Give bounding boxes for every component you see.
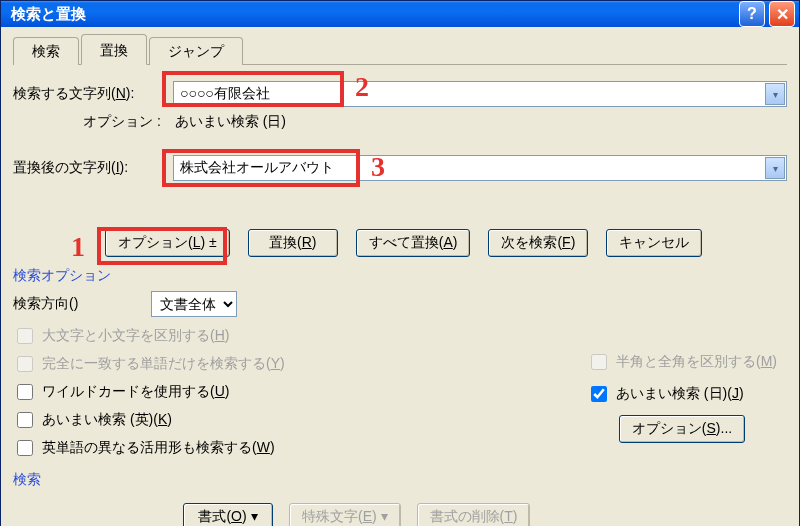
help-button[interactable]: ? (739, 1, 765, 27)
direction-row: 検索方向() 文書全体 (13, 291, 787, 317)
search-bottom-label: 検索 (13, 471, 787, 489)
tab-search[interactable]: 検索 (13, 37, 79, 65)
find-next-button[interactable]: 次を検索(F) (488, 229, 588, 257)
dialog-window: 検索と置換 ? ✕ 検索 置換 ジャンプ 検索する文字列(N): ▾ オプション… (0, 0, 800, 526)
find-row: 検索する文字列(N): ▾ (13, 81, 787, 107)
tabs: 検索 置換 ジャンプ (13, 35, 787, 65)
chk-wildcard-box[interactable] (17, 384, 33, 400)
find-label: 検索する文字列(N): (13, 85, 165, 103)
options-line: オプション : あいまい検索 (日) (13, 113, 787, 131)
direction-label: 検索方向() (13, 295, 141, 313)
find-input-wrap: ▾ (173, 81, 787, 107)
chk-whole-box (17, 356, 33, 372)
special-button[interactable]: 特殊文字(E) ▾ (289, 503, 401, 526)
titlebar-buttons: ? ✕ (739, 1, 795, 27)
close-button[interactable]: ✕ (769, 1, 795, 27)
replace-all-button[interactable]: すべて置換(A) (356, 229, 471, 257)
tab-jump[interactable]: ジャンプ (149, 37, 243, 65)
replace-input[interactable] (173, 155, 787, 181)
dialog-content: 検索 置換 ジャンプ 検索する文字列(N): ▾ オプション : あいまい検索 … (1, 27, 799, 526)
clear-format-button: 書式の削除(T) (417, 503, 531, 526)
chk-wildcard[interactable]: ワイルドカードを使用する(U) (13, 381, 285, 403)
window-title: 検索と置換 (11, 5, 739, 24)
find-input[interactable] (173, 81, 787, 107)
replace-input-wrap: ▾ (173, 155, 787, 181)
chk-case-box (17, 328, 33, 344)
chk-fuzzy-jp-box[interactable] (591, 386, 607, 402)
replace-row: 置換後の文字列(I): ▾ (13, 155, 787, 181)
chk-wordforms-box[interactable] (17, 440, 33, 456)
chk-halffull-box (591, 354, 607, 370)
chk-case: 大文字と小文字を区別する(H) (13, 325, 285, 347)
options-button[interactable]: オプション(L) ± (105, 229, 230, 257)
replace-dropdown-icon[interactable]: ▾ (765, 157, 785, 179)
chk-whole: 完全に一致する単語だけを検索する(Y) (13, 353, 285, 375)
checks-left: 大文字と小文字を区別する(H) 完全に一致する単語だけを検索する(Y) ワイルド… (13, 325, 285, 459)
bottom-row: 書式(O) ▾ 特殊文字(E) ▾ 書式の削除(T) (13, 503, 787, 526)
fuzzy-options-button[interactable]: オプション(S)... (619, 415, 745, 443)
replace-button[interactable]: 置換(R) (248, 229, 338, 257)
button-row: オプション(L) ± 置換(R) すべて置換(A) 次を検索(F) キャンセル (13, 229, 787, 257)
search-options-label: 検索オプション (13, 267, 787, 285)
cancel-button[interactable]: キャンセル (606, 229, 702, 257)
chk-wordforms[interactable]: 英単語の異なる活用形も検索する(W) (13, 437, 285, 459)
titlebar: 検索と置換 ? ✕ (1, 1, 799, 27)
chk-fuzzy-en-box[interactable] (17, 412, 33, 428)
chk-fuzzy-jp[interactable]: あいまい検索 (日)(J) (587, 383, 744, 405)
tab-replace[interactable]: 置換 (81, 34, 147, 65)
format-button[interactable]: 書式(O) ▾ (183, 503, 273, 526)
chk-halffull: 半角と全角を区別する(M) (587, 351, 777, 373)
chk-fuzzy-en[interactable]: あいまい検索 (英)(K) (13, 409, 285, 431)
replace-label: 置換後の文字列(I): (13, 159, 165, 177)
checks-right: 半角と全角を区別する(M) あいまい検索 (日)(J) オプション(S)... (587, 351, 777, 443)
find-dropdown-icon[interactable]: ▾ (765, 83, 785, 105)
direction-select[interactable]: 文書全体 (151, 291, 237, 317)
